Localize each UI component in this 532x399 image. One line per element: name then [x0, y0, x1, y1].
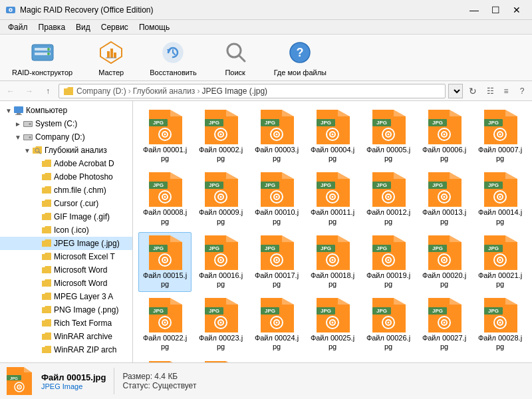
svg-point-66: [444, 134, 446, 136]
svg-text:?: ?: [297, 46, 304, 59]
tree-item-word2[interactable]: Microsoft Word: [0, 277, 132, 290]
tree-item-excel[interactable]: Microsoft Excel T: [0, 250, 132, 263]
tree-item-chm[interactable]: chm.file (.chm): [0, 184, 132, 197]
folder-cursor-icon: [41, 198, 52, 209]
master-label: Мастер: [98, 68, 124, 76]
status-status: Статус: Существует: [122, 381, 196, 390]
file-item[interactable]: JPG Файл 00009.jpg: [194, 169, 247, 229]
file-item[interactable]: JPG Файл 00003.jpg: [250, 106, 303, 166]
tree-item-rar[interactable]: WinRAR archive: [0, 330, 132, 343]
tree-item-acrobat[interactable]: Adobe Acrobat D: [0, 157, 132, 170]
path-dropdown[interactable]: [448, 84, 463, 98]
file-label: Файл 00014.jpg: [477, 208, 523, 225]
tree-item-zip[interactable]: WinRAR ZIP arch: [0, 343, 132, 356]
file-label: Файл 00017.jpg: [253, 271, 300, 289]
file-item[interactable]: JPG Файл 00015.jpg: [138, 232, 192, 292]
address-path[interactable]: Company (D:) › Глубокий анализ › JPEG Im…: [59, 84, 446, 98]
file-item[interactable]: JPG Файл 00008.jpg: [138, 169, 192, 229]
myfiles-button[interactable]: ? Где мои файлы: [269, 37, 332, 79]
file-label: Файл 00025.jpg: [309, 334, 356, 351]
file-item[interactable]: JPG Файл 00030.jpg: [194, 358, 247, 363]
tree-item-word1[interactable]: Microsoft Word: [0, 263, 132, 277]
tree-item-mp3[interactable]: MPEG Layer 3 A: [0, 290, 132, 303]
raid-constructor-button[interactable]: RAID-конструктор: [7, 37, 78, 79]
tree-item-photoshop[interactable]: Adobe Photosho: [0, 170, 132, 184]
file-item[interactable]: JPG Файл 00028.jpg: [473, 295, 527, 354]
svg-point-206: [388, 322, 390, 324]
file-item[interactable]: JPG Файл 00021.jpg: [473, 232, 527, 292]
svg-point-38: [220, 134, 222, 136]
file-item[interactable]: JPG Файл 00020.jpg: [418, 232, 471, 292]
file-item[interactable]: JPG Файл 00019.jpg: [362, 232, 415, 292]
tree-item-jpeg[interactable]: JPEG Image (.jpg): [0, 237, 132, 250]
restore-button[interactable]: Восстановить: [144, 37, 201, 79]
file-item[interactable]: JPG Файл 00029.jpg: [138, 358, 192, 363]
file-item[interactable]: JPG Файл 00018.jpg: [306, 232, 359, 292]
file-item[interactable]: JPG Файл 00010.jpg: [250, 169, 303, 229]
file-item[interactable]: JPG Файл 00004.jpg: [306, 106, 359, 166]
file-item[interactable]: JPG Файл 00024.jpg: [250, 295, 303, 354]
file-label: Файл 00016.jpg: [198, 271, 244, 289]
file-item[interactable]: JPG Файл 00011.jpg: [306, 169, 359, 229]
tree-item-system[interactable]: ► System (C:): [0, 117, 132, 130]
file-thumb: JPG: [483, 298, 517, 332]
tree-item-analysis[interactable]: ▼ Глубокий анализ: [0, 144, 132, 157]
file-item[interactable]: JPG Файл 00007.jpg: [473, 106, 527, 166]
view-button[interactable]: ≡: [499, 84, 513, 98]
file-item[interactable]: JPG Файл 00016.jpg: [194, 232, 247, 292]
file-item[interactable]: JPG Файл 00022.jpg: [138, 295, 192, 354]
folder-mp3-icon: [41, 291, 52, 302]
svg-point-19: [29, 123, 31, 125]
file-item[interactable]: JPG Файл 00006.jpg: [418, 106, 471, 166]
forward-button[interactable]: →: [21, 83, 37, 99]
svg-marker-124: [170, 235, 182, 242]
tree-item-computer[interactable]: ▼ Компьютер: [0, 104, 132, 117]
file-item[interactable]: JPG Файл 00014.jpg: [473, 169, 527, 229]
restore-label: Восстановить: [150, 68, 196, 76]
file-item[interactable]: JPG Файл 00026.jpg: [362, 295, 415, 354]
svg-marker-138: [282, 235, 294, 242]
file-item[interactable]: JPG Файл 00012.jpg: [362, 169, 415, 229]
tree-item-rtf[interactable]: Rich Text Forma: [0, 317, 132, 330]
file-item[interactable]: JPG Файл 00025.jpg: [306, 295, 359, 354]
menu-help[interactable]: Помощь: [134, 21, 175, 33]
maximize-button[interactable]: ☐: [485, 3, 505, 17]
back-button[interactable]: ←: [3, 83, 19, 99]
help-button[interactable]: ?: [515, 84, 529, 98]
file-item[interactable]: JPG Файл 00017.jpg: [250, 232, 303, 292]
search-button[interactable]: Поиск: [215, 37, 255, 79]
tree-item-png[interactable]: PNG Image (.png): [0, 303, 132, 317]
svg-marker-215: [505, 298, 517, 305]
close-button[interactable]: ✕: [507, 3, 527, 17]
svg-marker-173: [170, 298, 182, 305]
file-label: Файл 00015.jpg: [142, 271, 188, 289]
menu-view[interactable]: Вид: [70, 21, 96, 33]
file-thumb: JPG: [315, 172, 350, 207]
svg-marker-117: [505, 172, 517, 179]
menu-file[interactable]: Файл: [3, 21, 33, 33]
up-button[interactable]: ↑: [40, 83, 56, 99]
file-thumb: JPG: [148, 298, 182, 332]
file-label: Файл 00013.jpg: [421, 208, 467, 225]
file-item[interactable]: JPG Файл 00023.jpg: [194, 295, 247, 354]
file-item[interactable]: JPG Файл 00005.jpg: [362, 106, 415, 166]
folder-icon: [63, 86, 74, 96]
menu-service[interactable]: Сервис: [96, 21, 134, 33]
tree-item-company[interactable]: ▼ Company (D:): [0, 130, 132, 144]
svg-text:JPG: JPG: [209, 308, 219, 314]
file-thumb: JPG: [203, 361, 238, 363]
file-item[interactable]: JPG Файл 00001.jpg: [138, 106, 192, 166]
file-item[interactable]: JPG Файл 00013.jpg: [418, 169, 471, 229]
tree-item-ico[interactable]: Icon (.ico): [0, 223, 132, 237]
refresh-button[interactable]: ↻: [466, 84, 480, 98]
tree-item-cursor[interactable]: Cursor (.cur): [0, 197, 132, 210]
svg-point-213: [444, 322, 446, 324]
file-item[interactable]: JPG Файл 00027.jpg: [418, 295, 471, 354]
master-button[interactable]: Мастер: [91, 37, 131, 79]
minimize-button[interactable]: —: [464, 3, 484, 17]
svg-point-101: [332, 196, 334, 198]
menu-edit[interactable]: Правка: [33, 21, 71, 33]
filter-button[interactable]: ☷: [483, 84, 497, 98]
tree-item-gif[interactable]: GIF Image (.gif): [0, 210, 132, 223]
file-item[interactable]: JPG Файл 00002.jpg: [194, 106, 247, 166]
